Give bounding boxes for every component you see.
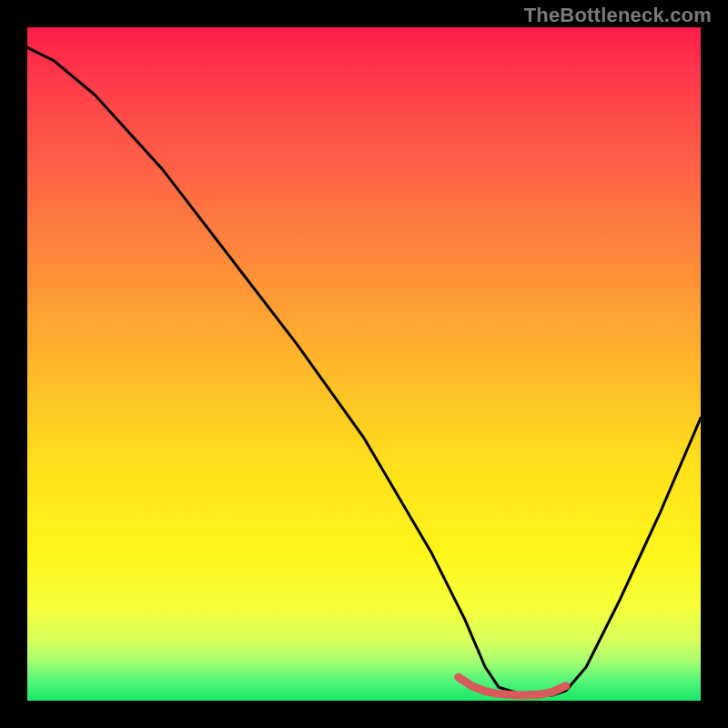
watermark: TheBottleneck.com <box>524 4 712 27</box>
plot-area <box>27 27 701 701</box>
chart-frame: TheBottleneck.com <box>0 0 728 728</box>
curve-highlight <box>459 677 566 695</box>
chart-svg <box>27 27 701 701</box>
curve-main <box>27 47 701 695</box>
